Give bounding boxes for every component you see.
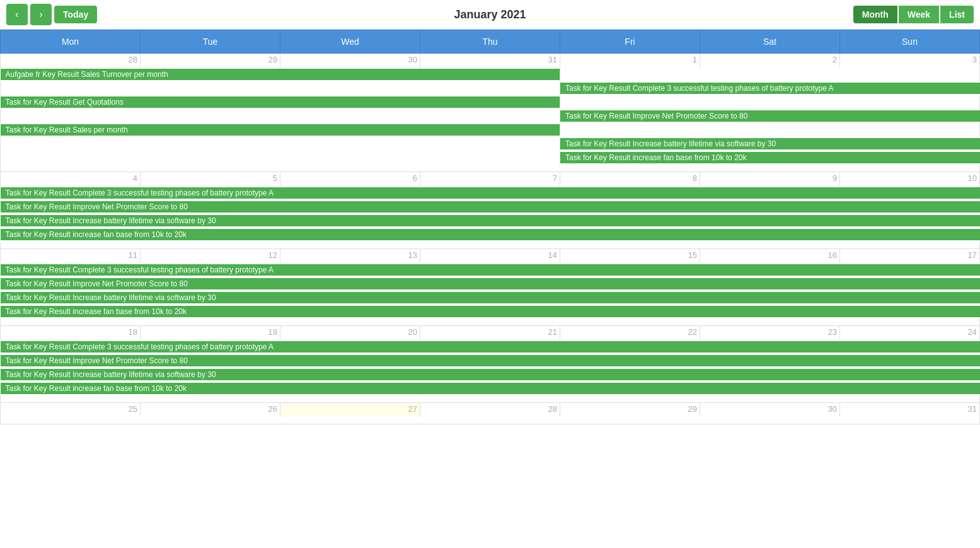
day-cell-3-6: 24 xyxy=(840,326,980,340)
day-cell-3-4: 22 xyxy=(560,326,700,340)
event-row-3-1: Task for Key Result Improve Net Promoter… xyxy=(1,354,980,368)
day-cell-0-2: 30 xyxy=(280,54,420,67)
event-row-2-3: Task for Key Result increase fan base fr… xyxy=(1,305,980,318)
list-view-button[interactable]: List xyxy=(940,6,974,23)
event-spacer-0-3 xyxy=(1,109,560,123)
event-1-3[interactable]: Task for Key Result increase fan base fr… xyxy=(1,229,980,240)
day-cell-1-5: 9 xyxy=(700,172,840,186)
event-1-2[interactable]: Task for Key Result Increase battery lif… xyxy=(1,215,980,226)
day-cell-3-0: 18 xyxy=(1,326,141,340)
event-0-2[interactable]: Task for Key Result Get Quotations xyxy=(1,96,560,108)
calendar-grid: MonTueWedThuFriSatSun 28293031123Aufgabe… xyxy=(0,30,980,424)
day-cell-2-3: 14 xyxy=(420,249,560,263)
event-row-2-1: Task for Key Result Improve Net Promoter… xyxy=(1,277,980,291)
week-numbers-row-4: 25262728293031 xyxy=(1,403,980,417)
day-cell-0-4: 1 xyxy=(560,54,700,67)
week-pad-cell-4 xyxy=(1,417,980,424)
week-pad-row-1 xyxy=(1,242,980,249)
day-cell-2-6: 17 xyxy=(840,249,980,263)
event-cell-2-2: Task for Key Result Increase battery lif… xyxy=(1,291,980,305)
week-numbers-row-0: 28293031123 xyxy=(1,54,980,67)
event-0-5[interactable]: Task for Key Result Increase battery lif… xyxy=(560,138,980,149)
event-after-0-4 xyxy=(560,123,980,137)
event-after-0-2 xyxy=(560,95,980,109)
event-cell-0-0: Aufgabe fr Key Result Sales Turnover per… xyxy=(1,67,560,81)
event-0-0[interactable]: Aufgabe fr Key Result Sales Turnover per… xyxy=(1,69,560,80)
event-cell-3-2: Task for Key Result Increase battery lif… xyxy=(1,368,980,382)
day-cell-0-0: 28 xyxy=(1,54,141,67)
event-3-3[interactable]: Task for Key Result increase fan base fr… xyxy=(1,383,980,394)
event-row-3-2: Task for Key Result Increase battery lif… xyxy=(1,368,980,382)
event-cell-0-6: Task for Key Result increase fan base fr… xyxy=(560,151,980,165)
event-0-3[interactable]: Task for Key Result Improve Net Promoter… xyxy=(560,110,980,122)
prev-button[interactable]: ‹ xyxy=(6,4,28,25)
event-cell-3-0: Task for Key Result Complete 3 successfu… xyxy=(1,340,980,354)
event-row-0-2: Task for Key Result Get Quotations xyxy=(1,95,980,109)
week-numbers-row-1: 45678910 xyxy=(1,172,980,186)
day-cell-1-4: 8 xyxy=(560,172,700,186)
day-cell-2-5: 16 xyxy=(700,249,840,263)
event-0-6[interactable]: Task for Key Result increase fan base fr… xyxy=(560,152,980,163)
event-row-0-6: Task for Key Result increase fan base fr… xyxy=(1,151,980,165)
event-row-0-5: Task for Key Result Increase battery lif… xyxy=(1,137,980,151)
day-cell-1-0: 4 xyxy=(1,172,141,186)
day-header-sun: Sun xyxy=(840,30,980,54)
event-2-2[interactable]: Task for Key Result Increase battery lif… xyxy=(1,292,980,303)
event-spacer-0-6 xyxy=(1,151,560,165)
week-pad-cell-3 xyxy=(1,395,980,403)
event-row-1-1: Task for Key Result Improve Net Promoter… xyxy=(1,200,980,214)
week-pad-cell-2 xyxy=(1,318,980,326)
day-cell-4-3: 28 xyxy=(420,403,560,417)
event-3-2[interactable]: Task for Key Result Increase battery lif… xyxy=(1,369,980,380)
day-cell-2-0: 11 xyxy=(1,249,141,263)
day-cell-4-1: 26 xyxy=(141,403,280,417)
toolbar: ‹ › Today January 2021 Month Week List xyxy=(0,0,980,30)
event-2-1[interactable]: Task for Key Result Improve Net Promoter… xyxy=(1,278,980,289)
calendar-container: MonTueWedThuFriSatSun 28293031123Aufgabe… xyxy=(0,30,980,424)
month-view-button[interactable]: Month xyxy=(853,6,897,23)
calendar-body: 28293031123Aufgabe fr Key Result Sales T… xyxy=(1,54,980,424)
event-cell-1-2: Task for Key Result Increase battery lif… xyxy=(1,214,980,228)
day-cell-1-6: 10 xyxy=(840,172,980,186)
day-cell-4-5: 30 xyxy=(700,403,840,417)
week-pad-row-3 xyxy=(1,395,980,403)
day-cell-0-5: 2 xyxy=(700,54,840,67)
day-cell-4-4: 29 xyxy=(560,403,700,417)
event-cell-0-2: Task for Key Result Get Quotations xyxy=(1,95,560,109)
week-numbers-row-3: 18192021222324 xyxy=(1,326,980,340)
day-header-tue: Tue xyxy=(141,30,280,54)
day-cell-3-1: 19 xyxy=(141,326,280,340)
event-after-0-0 xyxy=(560,67,980,81)
today-button[interactable]: Today xyxy=(54,6,97,23)
event-cell-2-0: Task for Key Result Complete 3 successfu… xyxy=(1,263,980,277)
event-1-1[interactable]: Task for Key Result Improve Net Promoter… xyxy=(1,201,980,213)
event-3-0[interactable]: Task for Key Result Complete 3 successfu… xyxy=(1,341,980,353)
day-cell-0-3: 31 xyxy=(420,54,560,67)
event-cell-0-4: Task for Key Result Sales per month xyxy=(1,123,560,137)
event-row-1-0: Task for Key Result Complete 3 successfu… xyxy=(1,186,980,200)
day-cell-4-0: 25 xyxy=(1,403,141,417)
day-header-fri: Fri xyxy=(560,30,700,54)
event-1-0[interactable]: Task for Key Result Complete 3 successfu… xyxy=(1,187,980,199)
event-0-4[interactable]: Task for Key Result Sales per month xyxy=(1,124,560,136)
week-pad-row-0 xyxy=(1,165,980,172)
event-cell-2-1: Task for Key Result Improve Net Promoter… xyxy=(1,277,980,291)
event-2-3[interactable]: Task for Key Result increase fan base fr… xyxy=(1,306,980,317)
day-cell-3-5: 23 xyxy=(700,326,840,340)
day-cell-0-6: 3 xyxy=(840,54,980,67)
week-numbers-row-2: 11121314151617 xyxy=(1,249,980,263)
event-cell-3-1: Task for Key Result Improve Net Promoter… xyxy=(1,354,980,368)
event-3-1[interactable]: Task for Key Result Improve Net Promoter… xyxy=(1,355,980,366)
next-button[interactable]: › xyxy=(30,4,52,25)
event-cell-2-3: Task for Key Result increase fan base fr… xyxy=(1,305,980,318)
event-0-1[interactable]: Task for Key Result Complete 3 successfu… xyxy=(560,83,980,94)
event-spacer-0-1 xyxy=(1,81,560,95)
week-view-button[interactable]: Week xyxy=(899,6,939,23)
event-cell-1-3: Task for Key Result increase fan base fr… xyxy=(1,228,980,242)
event-2-0[interactable]: Task for Key Result Complete 3 successfu… xyxy=(1,264,980,276)
event-row-3-3: Task for Key Result increase fan base fr… xyxy=(1,382,980,395)
event-row-0-1: Task for Key Result Complete 3 successfu… xyxy=(1,81,980,95)
day-headers-row: MonTueWedThuFriSatSun xyxy=(1,30,980,54)
view-switcher: Month Week List xyxy=(853,6,974,23)
day-cell-4-2: 27 xyxy=(280,403,420,417)
